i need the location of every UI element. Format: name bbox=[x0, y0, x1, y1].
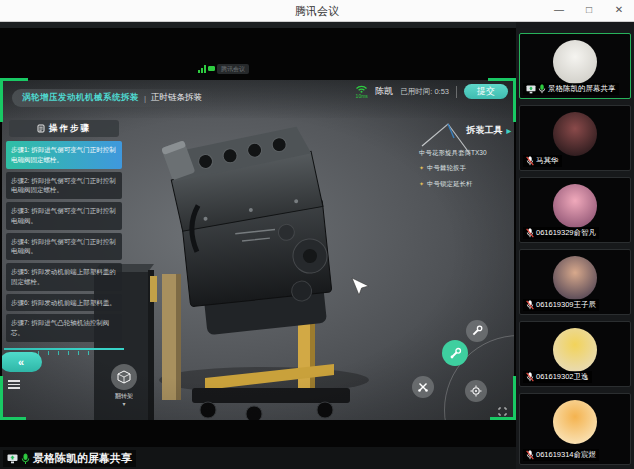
screen-share-icon bbox=[526, 85, 536, 94]
minimize-button[interactable]: — bbox=[544, 0, 574, 22]
tool-item[interactable]: ✦ 中号棘轮扳手 bbox=[419, 164, 511, 172]
tools-panel: 拆装工具 ▶ 中号花形旋具套筒TX30 ✦ 中号棘轮扳手 ✦ 中号锁定延长杆 bbox=[419, 124, 511, 195]
tool-bullet-icon: ✦ bbox=[419, 180, 424, 188]
participant-name: 061619302卫逸 bbox=[536, 372, 589, 382]
avatar bbox=[553, 40, 597, 84]
tool-bullet-icon: ✦ bbox=[419, 164, 424, 172]
stand-label: 翻转架 bbox=[102, 392, 146, 401]
engine-3d-viewport[interactable]: 涡轮增压发动机机械系统拆装 | 正时链条拆装 10ms 陈凯 已用时间: 0:5… bbox=[2, 80, 514, 420]
steps-collapse-button[interactable]: « bbox=[2, 352, 42, 372]
focus-view-button[interactable] bbox=[465, 380, 487, 402]
tools-list: 中号花形旋具套筒TX30 ✦ 中号棘轮扳手 ✦ 中号锁定延长杆 bbox=[419, 149, 511, 188]
steps-progress-line bbox=[4, 348, 124, 350]
tools-header-label: 拆装工具 bbox=[466, 124, 502, 137]
window-title: 腾讯会议 bbox=[0, 0, 634, 22]
avatar bbox=[553, 256, 597, 300]
participants-sidebar: 景格陈凯的屏幕共享 马其华 bbox=[516, 22, 634, 469]
share-label-text: 景格陈凯的屏幕共享 bbox=[33, 451, 132, 466]
cube-icon bbox=[117, 370, 131, 384]
active-tool-button[interactable] bbox=[442, 340, 468, 366]
signal-bars-icon bbox=[198, 65, 206, 73]
participant-name: 景格陈凯的屏幕共享 bbox=[548, 84, 616, 94]
title-separator: | bbox=[144, 94, 146, 103]
mic-status-icon bbox=[526, 300, 534, 310]
participant-tile[interactable]: 061619314俞宸煜 bbox=[519, 393, 631, 465]
task-title: 正时链条拆装 bbox=[151, 92, 202, 104]
tool-label: 中号棘轮扳手 bbox=[427, 164, 466, 172]
mic-status-icon bbox=[538, 84, 546, 94]
tool-label: 中号花形旋具套筒TX30 bbox=[419, 149, 487, 157]
step-item[interactable]: 步骤5: 拆卸发动机前端上部塑料盖的固定螺栓。 bbox=[6, 263, 122, 291]
participant-name: 061619309王子辰 bbox=[536, 300, 596, 310]
steps-list: 步骤1: 拆卸进气侧可变气门正时控制电磁阀固定螺栓。 步骤2: 拆卸排气侧可变气… bbox=[3, 141, 125, 345]
step-item[interactable]: 步骤1: 拆卸进气侧可变气门正时控制电磁阀固定螺栓。 bbox=[6, 141, 122, 169]
menu-icon[interactable] bbox=[8, 380, 20, 391]
participant-name: 061619314俞宸煜 bbox=[536, 450, 596, 460]
share-frame-corner bbox=[513, 376, 516, 420]
chevron-down-icon: ▾ bbox=[102, 401, 146, 407]
share-frame-corner bbox=[513, 78, 516, 122]
meeting-window: 腾讯会议 — □ ✕ 腾讯会议 bbox=[0, 0, 634, 469]
participant-label: 061619314俞宸煜 bbox=[523, 449, 599, 461]
step-item[interactable]: 步骤4: 拆卸排气侧可变气门正时控制电磁阀。 bbox=[6, 233, 122, 261]
pliers-tool-button[interactable] bbox=[412, 376, 434, 398]
tool-item[interactable]: 中号花形旋具套筒TX30 bbox=[419, 149, 511, 157]
header-divider bbox=[456, 86, 457, 98]
mic-status-icon bbox=[526, 372, 534, 382]
stand-hotspot-button[interactable]: 翻转架 ▾ bbox=[102, 364, 146, 407]
close-button[interactable]: ✕ bbox=[604, 0, 634, 22]
share-frame-corner bbox=[0, 78, 3, 122]
tools-panel-header[interactable]: 拆装工具 ▶ bbox=[419, 124, 511, 137]
presenter-status-pill: 腾讯会议 bbox=[198, 62, 249, 75]
participant-label: 景格陈凯的屏幕共享 bbox=[523, 83, 619, 95]
wrench-tool-button[interactable] bbox=[466, 320, 488, 342]
share-frame-corner bbox=[0, 417, 26, 420]
step-item[interactable]: 步骤3: 拆卸进气侧可变气门正时控制电磁阀。 bbox=[6, 202, 122, 230]
participant-label: 061619309王子辰 bbox=[523, 299, 599, 311]
participant-name: 061619329俞智凡 bbox=[536, 228, 596, 238]
maximize-button[interactable]: □ bbox=[574, 0, 604, 22]
course-title: 涡轮增压发动机机械系统拆装 bbox=[22, 92, 139, 104]
clipboard-icon bbox=[37, 124, 45, 133]
share-frame-corner bbox=[0, 78, 28, 81]
share-frame-corner bbox=[490, 417, 516, 420]
share-frame-corner bbox=[488, 78, 516, 81]
mic-status-icon bbox=[526, 450, 534, 460]
user-name: 陈凯 bbox=[375, 85, 393, 98]
engine-model[interactable] bbox=[160, 125, 335, 338]
wrench-icon bbox=[471, 325, 483, 337]
shared-screen-area: 腾讯会议 bbox=[0, 28, 516, 469]
window-titlebar: 腾讯会议 — □ ✕ bbox=[0, 0, 634, 22]
pliers-icon bbox=[417, 381, 429, 393]
stand-post bbox=[162, 274, 181, 400]
participant-label: 061619329俞智凡 bbox=[523, 227, 599, 239]
avatar bbox=[553, 184, 597, 228]
participant-tile[interactable]: 马其华 bbox=[519, 105, 631, 171]
participant-label: 马其华 bbox=[523, 155, 562, 167]
steps-header-label: 操作步骤 bbox=[49, 123, 91, 135]
participant-tile[interactable]: 景格陈凯的屏幕共享 bbox=[519, 33, 631, 99]
submit-button[interactable]: 提交 bbox=[464, 84, 508, 99]
mic-status-icon bbox=[526, 228, 534, 238]
share-bottom-bar: 景格陈凯的屏幕共享 bbox=[0, 447, 516, 469]
participant-tile[interactable]: 061619309王子辰 bbox=[519, 249, 631, 315]
participant-tile[interactable]: 061619302卫逸 bbox=[519, 321, 631, 387]
participant-name: 马其华 bbox=[536, 156, 559, 166]
step-item[interactable]: 步骤2: 拆卸排气侧可变气门正时控制电磁阀固定螺栓。 bbox=[6, 172, 122, 200]
network-indicator: 10ms bbox=[355, 84, 368, 99]
step-item[interactable]: 步骤7: 拆卸进气凸轮轴机油控制阀芯。 bbox=[6, 314, 122, 342]
collapse-icon: « bbox=[18, 357, 24, 368]
latency-value: 10ms bbox=[356, 94, 368, 99]
battery-icon bbox=[208, 66, 215, 71]
tool-item[interactable]: ✦ 中号锁定延长杆 bbox=[419, 180, 511, 188]
steps-progress-ticks bbox=[38, 351, 89, 355]
tool-label: 中号锁定延长杆 bbox=[427, 180, 473, 188]
participant-tile[interactable]: 061619329俞智凡 bbox=[519, 177, 631, 243]
steps-panel-header: 操作步骤 bbox=[9, 120, 119, 137]
avatar bbox=[553, 328, 597, 372]
step-item[interactable]: 步骤6: 拆卸发动机前端上部塑料盖。 bbox=[6, 294, 122, 312]
share-frame-corner bbox=[0, 376, 3, 420]
tools-expand-icon: ▶ bbox=[506, 127, 511, 134]
mic-status-icon bbox=[526, 156, 534, 166]
stand-circle[interactable] bbox=[111, 364, 137, 390]
